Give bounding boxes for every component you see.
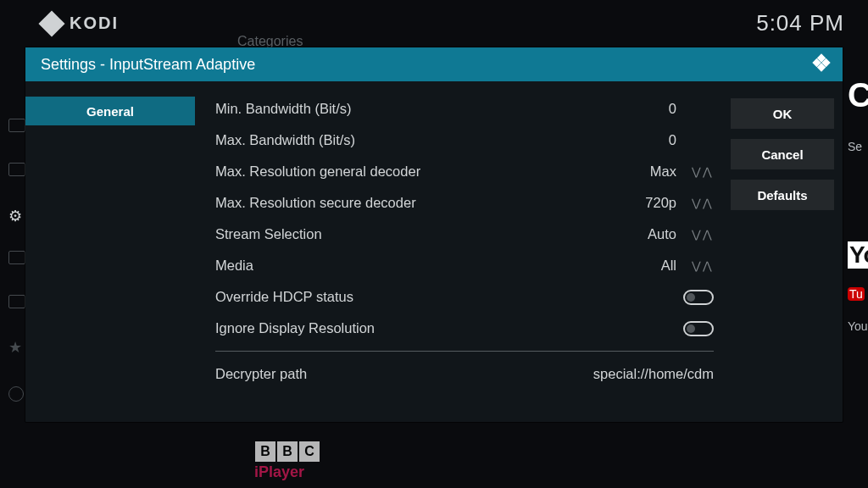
setting-value: special://home/cdm [593, 366, 714, 382]
dialog-title: Settings - InputStream Adaptive [41, 56, 255, 74]
row-media[interactable]: Media All⋁⋀ [215, 250, 714, 281]
setting-label: Stream Selection [215, 226, 322, 242]
gear-icon [8, 207, 25, 220]
settings-dialog: Settings - InputStream Adaptive General … [25, 47, 843, 422]
setting-label: Max. Bandwidth (Bit/s) [215, 132, 355, 148]
row-ignore-display-res[interactable]: Ignore Display Resolution [215, 313, 714, 344]
button-label: Cancel [761, 147, 803, 162]
button-label: OK [773, 107, 793, 121]
bg-sidebar [8, 119, 25, 402]
setting-label: Decrypter path [215, 366, 307, 382]
sidebar-icon [8, 295, 25, 308]
cancel-button[interactable]: Cancel [731, 139, 834, 169]
category-column: General [25, 92, 195, 422]
dialog-titlebar: Settings - InputStream Adaptive [25, 47, 843, 81]
setting-label: Media [215, 258, 253, 274]
settings-column: Min. Bandwidth (Bit/s) 0 Max. Bandwidth … [195, 92, 722, 422]
toggle-off[interactable] [683, 290, 714, 305]
toggle-off[interactable] [683, 321, 714, 336]
spinner-icon[interactable]: ⋁⋀ [692, 228, 714, 241]
setting-value: 0 [669, 132, 676, 148]
sidebar-icon [8, 386, 24, 402]
bbc-letter: B [277, 441, 298, 462]
blank-spin [692, 103, 714, 115]
row-min-bandwidth[interactable]: Min. Bandwidth (Bit/s) 0 [215, 93, 714, 125]
row-max-res-general[interactable]: Max. Resolution general decoder Max⋁⋀ [215, 156, 714, 187]
brand-name: KODI [70, 14, 119, 33]
spinner-icon[interactable]: ⋁⋀ [692, 197, 714, 209]
spinner-icon[interactable]: ⋁⋀ [692, 165, 714, 178]
row-decrypter-path[interactable]: Decrypter path special://home/cdm [215, 358, 714, 390]
setting-value: All [661, 258, 676, 274]
setting-value: 720p [645, 195, 676, 211]
button-label: Defaults [757, 188, 807, 202]
separator [215, 351, 714, 352]
setting-label: Override HDCP status [215, 289, 353, 305]
spinner-icon[interactable]: ⋁⋀ [692, 259, 714, 272]
kodi-logo-icon [38, 10, 64, 36]
setting-label: Ignore Display Resolution [215, 320, 375, 336]
sidebar-icon [8, 251, 25, 264]
bg-text: C [848, 76, 868, 114]
row-max-bandwidth[interactable]: Max. Bandwidth (Bit/s) 0 [215, 125, 714, 156]
bg-bbc-tile: BBC iPlayer [254, 441, 320, 481]
sidebar-icon [8, 119, 25, 132]
setting-label: Min. Bandwidth (Bit/s) [215, 101, 351, 117]
star-icon [8, 339, 25, 356]
row-override-hdcp[interactable]: Override HDCP status [215, 281, 714, 313]
clock: 5:04 PM [756, 10, 844, 36]
setting-value: 0 [669, 101, 676, 117]
setting-value: Max [650, 164, 676, 180]
setting-value: Auto [648, 226, 676, 242]
bg-text: Yo [848, 241, 868, 269]
sidebar-icon [8, 163, 25, 176]
bbc-letter: B [255, 441, 275, 462]
setting-label: Max. Resolution secure decoder [215, 195, 416, 211]
defaults-button[interactable]: Defaults [731, 180, 834, 210]
category-general[interactable]: General [25, 97, 195, 125]
bg-text: You [848, 319, 868, 333]
dialog-buttons: OK Cancel Defaults [722, 92, 843, 422]
setting-label: Max. Resolution general decoder [215, 164, 420, 180]
bg-right-peek: C Se Yo Tu You [848, 76, 868, 432]
bbc-iplayer: iPlayer [254, 463, 320, 481]
ok-button[interactable]: OK [731, 98, 834, 129]
bbc-letter: C [299, 441, 320, 462]
category-label: General [86, 104, 134, 119]
kodi-icon [812, 53, 831, 76]
bg-text: Se [848, 140, 862, 153]
row-max-res-secure[interactable]: Max. Resolution secure decoder 720p⋁⋀ [215, 187, 714, 219]
bg-text: Tu [848, 287, 865, 301]
topbar: KODI 5:04 PM [0, 0, 868, 47]
row-stream-selection[interactable]: Stream Selection Auto⋁⋀ [215, 219, 714, 250]
blank-spin [692, 134, 714, 147]
